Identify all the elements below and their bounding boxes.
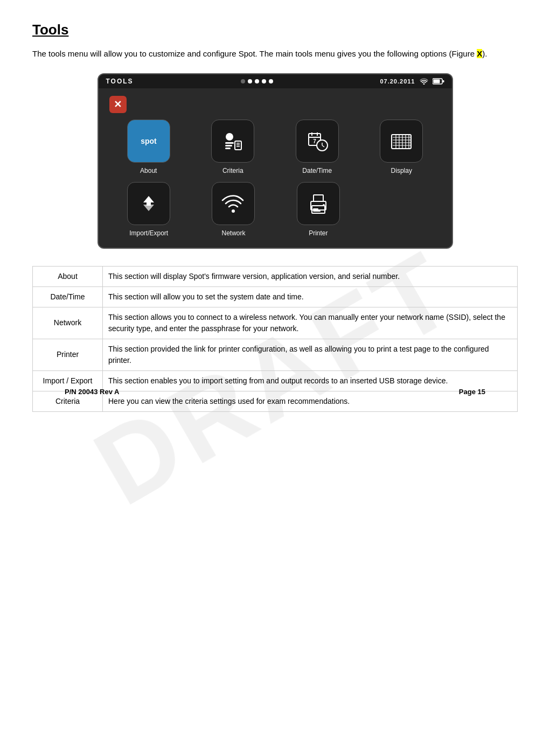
svg-marker-32 bbox=[143, 201, 154, 211]
about-item[interactable]: spot About bbox=[109, 120, 189, 174]
criteria-icon-btn[interactable] bbox=[211, 120, 254, 163]
icon-grid-row1: spot About bbox=[109, 120, 441, 174]
svg-rect-9 bbox=[235, 141, 241, 150]
table-desc-cell: This section allows you to connect to a … bbox=[103, 307, 518, 339]
table-desc-cell: This section provided the link for print… bbox=[103, 339, 518, 370]
wifi-icon bbox=[420, 78, 428, 85]
battery-icon bbox=[433, 78, 444, 85]
table-row: NetworkThis section allows you to connec… bbox=[33, 307, 518, 339]
svg-rect-6 bbox=[225, 142, 234, 144]
svg-text:spot: spot bbox=[141, 137, 157, 145]
svg-rect-2 bbox=[442, 80, 444, 82]
dot-4 bbox=[262, 79, 266, 83]
table-row: Date/TimeThis section will allow you to … bbox=[33, 286, 518, 307]
device-date: 07.20.2011 bbox=[380, 78, 415, 85]
device-header-right: 07.20.2011 bbox=[380, 78, 444, 85]
printer-icon-btn[interactable] bbox=[297, 182, 340, 225]
svg-rect-38 bbox=[313, 211, 321, 212]
device-header: TOOLS 07.20.2011 bbox=[99, 74, 452, 88]
device-header-label: TOOLS bbox=[106, 78, 134, 85]
svg-rect-1 bbox=[433, 79, 440, 83]
criteria-item[interactable]: Criteria bbox=[193, 120, 273, 174]
device-screenshot: TOOLS 07.20.2011 bbox=[32, 73, 518, 249]
network-icon bbox=[220, 191, 246, 216]
footer-right: Page 15 bbox=[459, 388, 485, 396]
icon-grid-row2: Import/Export Network bbox=[109, 182, 358, 237]
network-icon-btn[interactable] bbox=[212, 182, 255, 225]
about-icon-btn[interactable]: spot bbox=[127, 120, 170, 163]
datetime-icon: 7 bbox=[304, 128, 330, 154]
svg-rect-8 bbox=[225, 148, 231, 149]
dot-2 bbox=[248, 79, 252, 83]
table-label-cell: About bbox=[33, 266, 103, 286]
importexport-label: Import/Export bbox=[129, 229, 168, 237]
table-row: AboutThis section will display Spot's fi… bbox=[33, 266, 518, 286]
page-footer: P/N 20043 Rev A Page 15 bbox=[65, 388, 485, 396]
display-icon-btn[interactable] bbox=[380, 120, 423, 163]
svg-rect-35 bbox=[314, 195, 323, 201]
table-row: PrinterThis section provided the link fo… bbox=[33, 339, 518, 370]
svg-text:7: 7 bbox=[313, 138, 316, 144]
table-desc-cell: This section will allow you to set the s… bbox=[103, 286, 518, 307]
device-screen: TOOLS 07.20.2011 bbox=[98, 73, 453, 249]
svg-point-39 bbox=[323, 204, 325, 206]
table-label-cell: Date/Time bbox=[33, 286, 103, 307]
table-desc-cell: This section will display Spot's firmwar… bbox=[103, 266, 518, 286]
table-label-cell: Network bbox=[33, 307, 103, 339]
svg-rect-37 bbox=[313, 208, 318, 209]
intro-paragraph: The tools menu will allow you to customi… bbox=[32, 48, 518, 60]
svg-rect-21 bbox=[392, 135, 411, 149]
printer-icon bbox=[305, 191, 331, 216]
criteria-icon bbox=[220, 128, 246, 154]
display-item[interactable]: Display bbox=[362, 120, 441, 174]
network-label: Network bbox=[221, 229, 245, 237]
dot-1 bbox=[241, 79, 245, 83]
printer-item[interactable]: Printer bbox=[279, 182, 358, 237]
device-dots bbox=[241, 79, 273, 83]
about-label: About bbox=[140, 167, 157, 174]
svg-rect-7 bbox=[225, 145, 232, 146]
close-button[interactable]: ✕ bbox=[109, 96, 127, 113]
display-icon bbox=[388, 128, 414, 154]
criteria-label: Criteria bbox=[222, 167, 243, 174]
svg-point-33 bbox=[232, 209, 235, 213]
datetime-label: Date/Time bbox=[302, 167, 332, 174]
display-label: Display bbox=[391, 167, 412, 174]
page-title: Tools bbox=[32, 22, 518, 38]
network-item[interactable]: Network bbox=[194, 182, 273, 237]
dot-5 bbox=[269, 79, 273, 83]
datetime-icon-btn[interactable]: 7 bbox=[296, 120, 339, 163]
importexport-item[interactable]: Import/Export bbox=[109, 182, 189, 237]
importexport-icon bbox=[136, 191, 162, 216]
footer-left: P/N 20043 Rev A bbox=[65, 388, 119, 396]
printer-label: Printer bbox=[309, 229, 328, 237]
importexport-icon-btn[interactable] bbox=[127, 182, 170, 225]
dot-3 bbox=[255, 79, 259, 83]
device-body: ✕ spot About bbox=[99, 88, 452, 248]
svg-point-5 bbox=[226, 133, 233, 141]
table-label-cell: Printer bbox=[33, 339, 103, 370]
datetime-item[interactable]: 7 Date/Time bbox=[278, 120, 357, 174]
